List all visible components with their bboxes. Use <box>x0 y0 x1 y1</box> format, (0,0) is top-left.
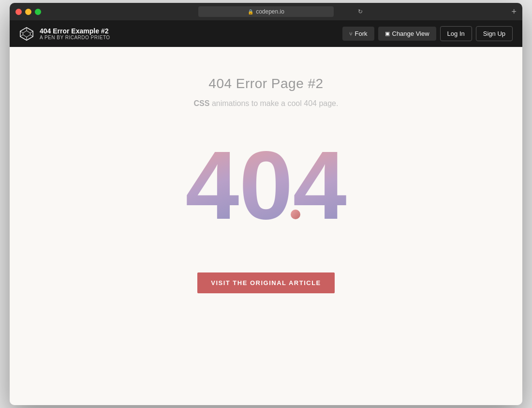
visit-article-button[interactable]: VISIT THE ORIGINAL ARTICLE <box>197 272 335 293</box>
error-404-display: 4 0 4 <box>185 137 347 234</box>
refresh-icon[interactable]: ↻ <box>358 8 363 15</box>
pen-title: 404 Error Example #2 <box>40 27 110 35</box>
svg-line-4 <box>30 34 33 36</box>
lock-icon: 🔒 <box>248 9 253 15</box>
page-content: 404 Error Page #2 CSS animations to make… <box>10 47 522 405</box>
close-button[interactable] <box>15 9 22 15</box>
login-button[interactable]: Log In <box>440 26 472 41</box>
signup-button[interactable]: Sign Up <box>476 26 513 41</box>
browser-titlebar: 🔒 codepen.io ↻ + <box>10 3 522 20</box>
svg-marker-1 <box>23 30 30 37</box>
pen-title-block: 404 Error Example #2 A PEN BY Ricardo Pr… <box>40 27 110 40</box>
digit-zero: 0 <box>239 131 293 239</box>
svg-line-6 <box>20 34 23 36</box>
fork-button[interactable]: ⑂ Fork <box>342 27 374 41</box>
browser-window: 🔒 codepen.io ↻ + 404 Error Example #2 A … <box>10 3 522 405</box>
pen-info: 404 Error Example #2 A PEN BY Ricardo Pr… <box>19 27 110 41</box>
dot-accent <box>291 210 300 219</box>
address-text: codepen.io <box>256 8 284 15</box>
pen-author-line: A PEN BY Ricardo Prieto <box>40 35 110 40</box>
svg-line-3 <box>30 31 33 33</box>
codepen-logo <box>19 27 34 41</box>
new-tab-button[interactable]: + <box>511 7 517 16</box>
address-bar[interactable]: 🔒 codepen.io <box>198 6 334 17</box>
fork-icon: ⑂ <box>349 31 353 37</box>
change-view-icon: ▣ <box>385 30 390 37</box>
page-title: 404 Error Page #2 <box>208 76 323 91</box>
digit-second-4: 4 <box>293 137 347 234</box>
codepen-header: 404 Error Example #2 A PEN BY Ricardo Pr… <box>10 20 522 47</box>
minimize-button[interactable] <box>25 9 31 15</box>
svg-line-7 <box>20 31 23 33</box>
css-emphasis: CSS <box>194 99 210 107</box>
change-view-button[interactable]: ▣ Change View <box>378 27 436 41</box>
digit-first-4: 4 <box>185 137 239 234</box>
zero-container: 0 <box>239 137 293 234</box>
page-subtitle: CSS animations to make a cool 404 page. <box>194 99 339 108</box>
maximize-button[interactable] <box>35 9 41 15</box>
browser-controls <box>15 9 41 15</box>
header-actions: ⑂ Fork ▣ Change View Log In Sign Up <box>342 26 513 41</box>
